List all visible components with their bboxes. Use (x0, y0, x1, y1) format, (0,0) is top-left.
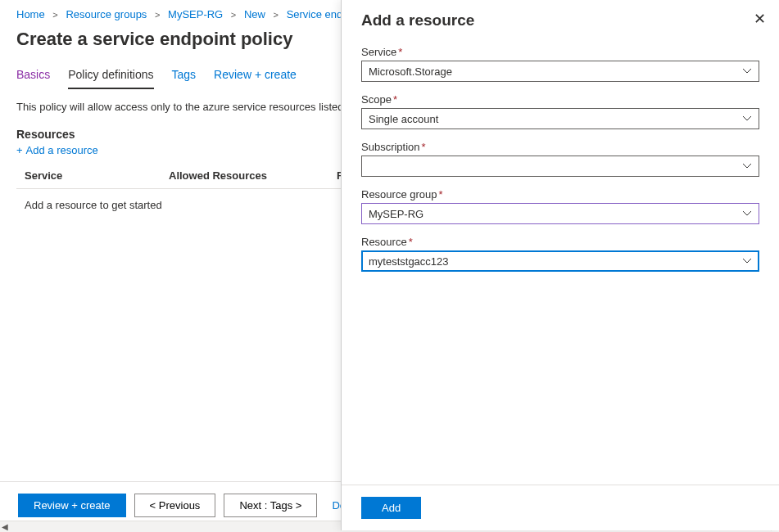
chevron-down-icon (742, 66, 752, 76)
panel-footer: Add (342, 485, 779, 530)
required-star: * (409, 236, 413, 248)
add-resource-label: Add a resource (26, 144, 98, 156)
panel-title: Add a resource (361, 11, 474, 29)
select-resource-group-value: MySEP-RG (369, 208, 423, 220)
required-star: * (393, 93, 397, 106)
col-allowed: Allowed Resources (169, 169, 337, 182)
label-scope-text: Scope (361, 93, 392, 106)
breadcrumb-sep: > (52, 10, 57, 20)
select-resource[interactable]: myteststgacc123 (361, 250, 759, 272)
field-scope: Scope* Single account (361, 93, 759, 129)
breadcrumb-resource-groups[interactable]: Resource groups (66, 8, 147, 20)
tab-review-create[interactable]: Review + create (214, 63, 297, 89)
label-resource-group: Resource group* (361, 188, 759, 201)
chevron-down-icon (742, 256, 752, 266)
add-resource-panel: Add a resource ✕ Service* Microsoft.Stor… (341, 0, 779, 530)
required-star: * (439, 188, 443, 201)
review-create-button[interactable]: Review + create (18, 494, 126, 517)
select-service[interactable]: Microsoft.Storage (361, 61, 759, 82)
select-scope[interactable]: Single account (361, 108, 759, 129)
select-resource-group[interactable]: MySEP-RG (361, 203, 759, 224)
tab-policy-definitions[interactable]: Policy definitions (68, 63, 153, 89)
tab-tags[interactable]: Tags (172, 63, 197, 89)
chevron-down-icon (742, 209, 752, 219)
select-service-value: Microsoft.Storage (369, 65, 452, 78)
required-star: * (398, 46, 402, 58)
breadcrumb-home[interactable]: Home (16, 8, 45, 20)
label-subscription-text: Subscription (361, 141, 420, 153)
plus-icon: + (16, 144, 23, 156)
breadcrumb-sep: > (274, 10, 279, 20)
label-resource-text: Resource (361, 236, 407, 248)
panel-body: Service* Microsoft.Storage Scope* Single… (342, 46, 779, 485)
panel-header: Add a resource ✕ (342, 0, 779, 46)
field-subscription: Subscription* (361, 141, 759, 177)
add-button[interactable]: Add (361, 497, 421, 519)
chevron-down-icon (742, 161, 752, 171)
close-icon[interactable]: ✕ (754, 11, 766, 26)
label-scope: Scope* (361, 93, 759, 106)
tab-basics[interactable]: Basics (16, 63, 50, 89)
label-subscription: Subscription* (361, 141, 759, 153)
chevron-down-icon (742, 114, 752, 124)
field-resource: Resource* myteststgacc123 (361, 236, 759, 272)
breadcrumb-new[interactable]: New (244, 8, 265, 20)
label-service-text: Service (361, 46, 396, 58)
label-resource-group-text: Resource group (361, 188, 437, 201)
field-resource-group: Resource group* MySEP-RG (361, 188, 759, 224)
label-service: Service* (361, 46, 759, 58)
breadcrumb-sep: > (231, 10, 236, 20)
next-button[interactable]: Next : Tags > (224, 494, 317, 517)
scroll-left-icon[interactable]: ◀ (2, 522, 8, 531)
required-star: * (422, 141, 426, 153)
select-subscription[interactable] (361, 156, 759, 177)
breadcrumb-mysep-rg[interactable]: MySEP-RG (168, 8, 223, 20)
breadcrumb-sep: > (155, 10, 160, 20)
col-service: Service (25, 169, 169, 182)
label-resource: Resource* (361, 236, 759, 248)
select-scope-value: Single account (369, 113, 438, 125)
field-service: Service* Microsoft.Storage (361, 46, 759, 82)
select-resource-value: myteststgacc123 (369, 255, 449, 268)
previous-button[interactable]: < Previous (134, 494, 216, 517)
